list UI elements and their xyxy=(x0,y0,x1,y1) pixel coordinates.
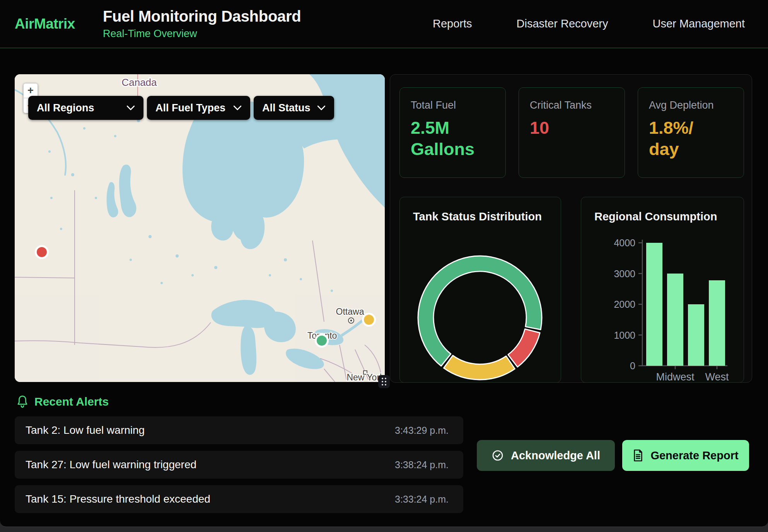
stat-value-line: Gallons xyxy=(411,139,495,160)
alert-message: Tank 27: Low fuel warning triggered xyxy=(26,459,196,471)
check-circle-icon xyxy=(492,449,504,462)
recent-alerts-section: Recent Alerts Tank 2: Low fuel warning3:… xyxy=(15,387,753,518)
generate-report-button[interactable]: Generate Report xyxy=(622,440,749,471)
ottawa-town-icon-dot xyxy=(350,320,352,322)
stat-value-line: day xyxy=(649,139,733,160)
bar-south xyxy=(688,304,704,366)
bar-midwest xyxy=(667,274,683,366)
dashboard-page: AirMatrix Fuel Monitoring Dashboard Real… xyxy=(0,0,768,532)
stat-value-line: 1.8%/ xyxy=(649,118,733,139)
page-subtitle: Real-Time Overview xyxy=(103,28,301,40)
alert-message: Tank 15: Pressure threshold exceeded xyxy=(26,493,210,505)
chevron-down-icon xyxy=(126,105,135,111)
stat-card-critical-tanks: Critical Tanks10 xyxy=(519,87,625,178)
nav-item-reports[interactable]: Reports xyxy=(433,17,472,30)
tank-marker-warning[interactable] xyxy=(363,314,375,326)
map-label-ottawa: Ottawa xyxy=(336,307,364,317)
y-tick-label: 2000 xyxy=(614,299,635,310)
stat-value: 10 xyxy=(530,118,614,139)
bar-west xyxy=(709,280,725,366)
alert-time: 3:38:24 p.m. xyxy=(395,459,449,471)
stat-value: 1.8%/day xyxy=(649,118,733,160)
donut-chart xyxy=(400,197,561,383)
main-nav: ReportsDisaster RecoveryUser Management xyxy=(433,17,745,30)
stat-value-line: 2.5M xyxy=(411,118,495,139)
title-block: Fuel Monitoring Dashboard Real-Time Over… xyxy=(103,8,301,40)
stat-card-total-fuel: Total Fuel2.5MGallons xyxy=(399,87,506,178)
regional-consumption-chart-panel: Regional Consumption 01000200030004000Mi… xyxy=(581,197,744,383)
y-tick-label: 0 xyxy=(630,360,635,371)
x-tick-label: West xyxy=(705,371,729,383)
alert-row[interactable]: Tank 2: Low fuel warning3:43:29 p.m. xyxy=(15,416,463,444)
filter-dropdown-all-fuel-types[interactable]: All Fuel Types xyxy=(147,96,250,120)
bar-northeast xyxy=(646,243,662,366)
bar-chart: 01000200030004000MidwestWest xyxy=(581,197,744,383)
chevron-down-icon xyxy=(233,105,242,111)
dropdown-value: All Fuel Types xyxy=(155,102,225,114)
y-tick-label: 1000 xyxy=(614,330,635,341)
chevron-down-icon xyxy=(317,105,326,111)
tank-marker-critical[interactable] xyxy=(36,246,48,258)
stat-value: 2.5MGallons xyxy=(411,118,495,160)
alert-row[interactable]: Tank 27: Low fuel warning triggered3:38:… xyxy=(15,451,463,479)
alert-message: Tank 2: Low fuel warning xyxy=(26,424,145,437)
x-tick-label: Midwest xyxy=(656,371,695,383)
stat-label: Total Fuel xyxy=(411,99,495,111)
stat-value-line: 10 xyxy=(530,118,614,139)
grip-dots-icon xyxy=(382,378,386,385)
nav-item-user-management[interactable]: User Management xyxy=(652,17,745,30)
alert-time: 3:33:24 p.m. xyxy=(395,494,449,505)
filter-dropdown-all-regions[interactable]: All Regions xyxy=(28,96,143,120)
brand-logo: AirMatrix xyxy=(15,16,75,32)
resize-grip-handle[interactable] xyxy=(378,375,390,388)
bell-icon xyxy=(16,395,29,408)
alerts-header: Recent Alerts xyxy=(15,395,753,408)
generate-report-label: Generate Report xyxy=(650,449,738,462)
nav-item-disaster-recovery[interactable]: Disaster Recovery xyxy=(517,17,608,30)
acknowledge-all-button[interactable]: Acknowledge All xyxy=(477,440,615,471)
y-tick-label: 3000 xyxy=(614,268,635,279)
map-panel[interactable]: Canada Ottawa Toronto New York + − All R… xyxy=(15,74,385,382)
header: AirMatrix Fuel Monitoring Dashboard Real… xyxy=(0,0,768,48)
stat-card-avg-depletion: Avg Depletion1.8%/day xyxy=(638,87,744,178)
charts-row: Tank Status Distribution Regional Consum… xyxy=(399,197,744,383)
alert-time: 3:43:29 p.m. xyxy=(395,425,449,436)
document-icon xyxy=(633,449,643,462)
map-canvas[interactable]: Canada Ottawa Toronto New York xyxy=(15,74,385,382)
alerts-title: Recent Alerts xyxy=(34,395,109,408)
y-tick-label: 4000 xyxy=(614,237,635,248)
donut-segment-critical xyxy=(508,329,540,367)
metrics-panel: Total Fuel2.5MGallonsCritical Tanks10Avg… xyxy=(390,74,752,383)
acknowledge-all-label: Acknowledge All xyxy=(511,449,600,462)
map-label-canada: Canada xyxy=(121,77,157,88)
dropdown-value: All Regions xyxy=(37,102,94,114)
stat-label: Critical Tanks xyxy=(530,99,614,111)
app-window: AirMatrix Fuel Monitoring Dashboard Real… xyxy=(0,0,768,527)
filter-dropdown-all-status[interactable]: All Status xyxy=(254,96,334,120)
tank-marker-normal[interactable] xyxy=(316,335,328,347)
page-title: Fuel Monitoring Dashboard xyxy=(103,8,301,25)
donut-segment-warning xyxy=(444,355,515,380)
tank-status-chart-panel: Tank Status Distribution xyxy=(399,197,561,383)
stat-label: Avg Depletion xyxy=(649,99,733,111)
stats-row: Total Fuel2.5MGallonsCritical Tanks10Avg… xyxy=(399,87,744,178)
alert-row[interactable]: Tank 15: Pressure threshold exceeded3:33… xyxy=(15,485,463,513)
dropdown-value: All Status xyxy=(262,102,311,114)
map-filter-bar: All RegionsAll Fuel TypesAll Status xyxy=(28,96,334,120)
